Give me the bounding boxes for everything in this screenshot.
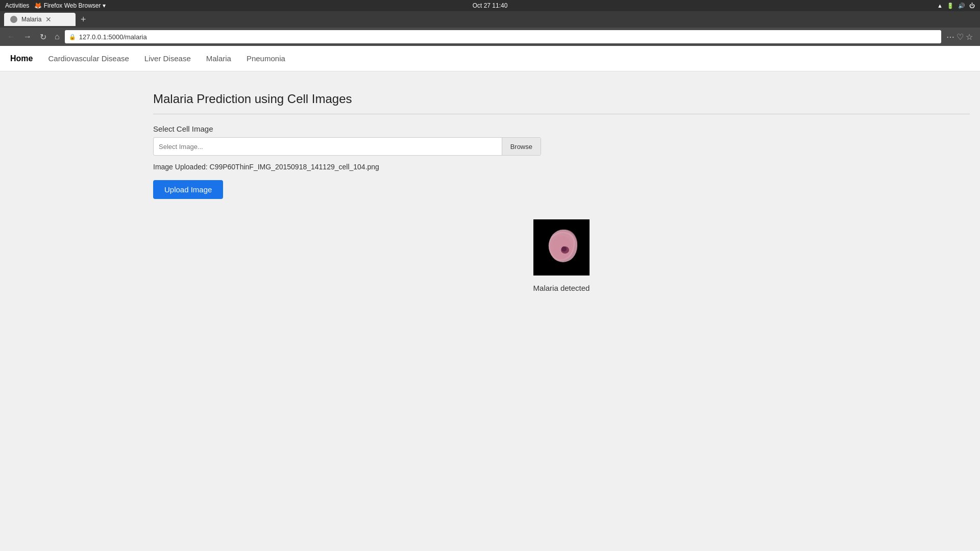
file-input-row: Browse [153,137,541,156]
activities-label[interactable]: Activities [5,2,29,9]
battery-icon: 🔋 [947,3,954,9]
browse-button[interactable]: Browse [502,138,541,155]
file-text-input[interactable] [154,143,502,151]
browser-label: 🦊 Firefox Web Browser ▾ [34,2,106,9]
cell-image [533,219,590,276]
result-label: Malaria detected [533,284,590,292]
page-wrapper: Home Cardiovascular Disease Liver Diseas… [0,46,980,551]
form-section: Select Cell Image Browse Image Uploaded:… [153,124,970,199]
reload-button[interactable]: ↻ [37,30,50,44]
browser-chrome: Malaria ✕ + ← → ↻ ⌂ 🔒 127.0.0.1:5000/mal… [0,11,980,46]
nav-home[interactable]: Home [10,54,33,63]
nav-pneumonia[interactable]: Pneumonia [247,54,285,63]
new-tab-button[interactable]: + [78,14,89,25]
result-area: Malaria detected [153,219,970,292]
upload-image-button[interactable]: Upload Image [153,180,223,199]
main-content: Malaria Prediction using Cell Images Sel… [0,71,980,551]
navbar: Home Cardiovascular Disease Liver Diseas… [0,46,980,71]
star-icon[interactable]: ☆ [966,32,973,42]
svg-point-5 [561,246,567,252]
home-button[interactable]: ⌂ [52,30,63,43]
tab-title: Malaria [21,16,41,23]
nav-malaria[interactable]: Malaria [206,54,231,63]
os-datetime: Oct 27 11:40 [473,2,508,9]
image-uploaded-text: Image Uploaded: C99P60ThinF_IMG_20150918… [153,163,970,171]
forward-button[interactable]: → [20,30,35,43]
os-topbar: Activities 🦊 Firefox Web Browser ▾ Oct 2… [0,0,980,11]
active-tab[interactable]: Malaria ✕ [4,13,76,26]
os-topbar-right: ▲ 🔋 🔊 ⏻ [937,3,975,9]
os-topbar-left: Activities 🦊 Firefox Web Browser ▾ [5,2,106,9]
bookmark-icon[interactable]: ♡ [957,32,964,42]
nav-cardiovascular[interactable]: Cardiovascular Disease [48,54,129,63]
tab-favicon [10,16,17,23]
address-bar[interactable]: 🔒 127.0.0.1:5000/malaria [65,30,941,43]
tab-close-button[interactable]: ✕ [45,15,52,23]
back-button[interactable]: ← [4,30,18,43]
nav-right-icons: ⋯ ♡ ☆ [943,32,976,42]
nav-bar: ← → ↻ ⌂ 🔒 127.0.0.1:5000/malaria ⋯ ♡ ☆ [0,28,980,46]
menu-dots-icon[interactable]: ⋯ [946,32,954,42]
power-icon: ⏻ [969,3,975,9]
security-icon: 🔒 [69,34,76,40]
network-icon: ▲ [937,3,943,9]
nav-liver-disease[interactable]: Liver Disease [144,54,191,63]
volume-icon: 🔊 [958,3,965,9]
tab-bar: Malaria ✕ + [0,11,980,28]
page-title: Malaria Prediction using Cell Images [153,92,970,114]
form-label: Select Cell Image [153,124,970,133]
url-text: 127.0.0.1:5000/malaria [79,33,147,41]
